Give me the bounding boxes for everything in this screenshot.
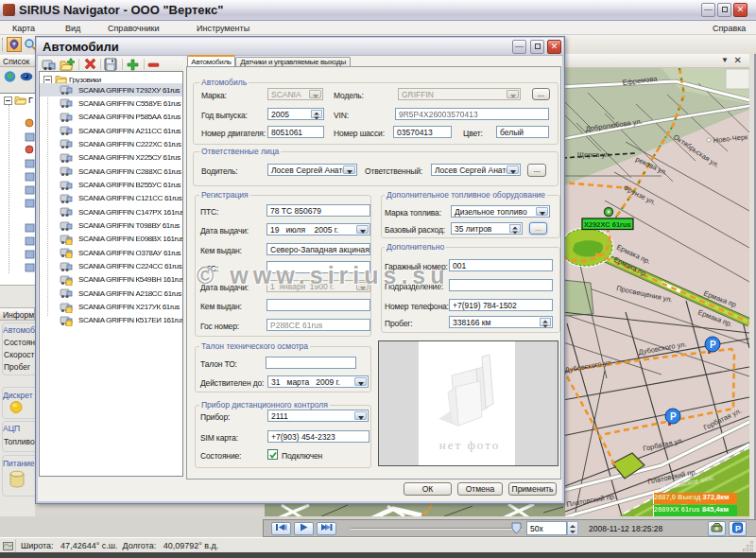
svg-text:P: P (710, 340, 716, 350)
svg-text:Х292ХС 61rus: Х292ХС 61rus (584, 220, 631, 229)
svg-text:P: P (670, 411, 677, 422)
svg-text:Щорса ул.: Щорса ул. (577, 150, 610, 159)
svg-text:P: P (735, 524, 741, 533)
